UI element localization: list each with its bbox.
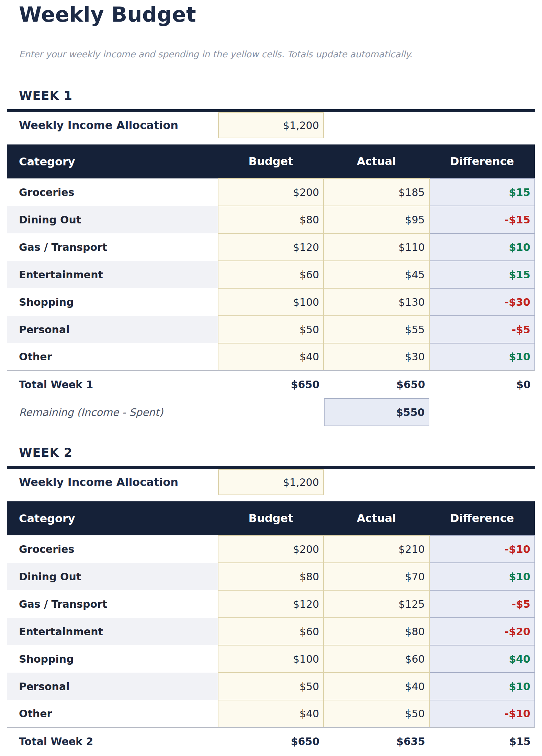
difference-cell: $10 bbox=[429, 673, 535, 700]
difference-cell: -$5 bbox=[429, 590, 535, 618]
difference-cell: -$15 bbox=[429, 206, 535, 233]
table-row: Other$40$50-$10 bbox=[7, 700, 535, 728]
total-budget-value: $650 bbox=[218, 728, 324, 755]
category-cell: Other bbox=[7, 343, 218, 371]
budget-input-cell[interactable]: $200 bbox=[218, 535, 324, 563]
total-row: Total Week 1$650$650$0 bbox=[7, 371, 535, 398]
category-cell: Other bbox=[7, 700, 218, 728]
budget-table: Category Budget Actual Difference Grocer… bbox=[7, 144, 535, 398]
actual-input-cell[interactable]: $70 bbox=[324, 563, 429, 590]
col-header-actual: Actual bbox=[324, 501, 429, 535]
difference-cell: $40 bbox=[429, 645, 535, 673]
total-label: Total Week 1 bbox=[7, 371, 218, 398]
actual-input-cell[interactable]: $60 bbox=[324, 645, 429, 673]
total-actual-value: $635 bbox=[324, 728, 429, 755]
total-budget-value: $650 bbox=[218, 371, 324, 398]
table-row: Gas / Transport$120$110$10 bbox=[7, 233, 535, 261]
week-heading: WEEK 1 bbox=[19, 89, 535, 103]
total-difference-value: $0 bbox=[429, 371, 535, 398]
income-label: Weekly Income Allocation bbox=[19, 476, 178, 489]
budget-input-cell[interactable]: $120 bbox=[218, 590, 324, 618]
budget-input-cell[interactable]: $80 bbox=[218, 563, 324, 590]
difference-cell: -$10 bbox=[429, 700, 535, 728]
page-title: Weekly Budget bbox=[19, 3, 535, 26]
difference-cell: $10 bbox=[429, 343, 535, 371]
weeks-container: WEEK 1 Weekly Income Allocation $1,200 C… bbox=[7, 89, 535, 755]
total-actual-value: $650 bbox=[324, 371, 429, 398]
budget-input-cell[interactable]: $40 bbox=[218, 343, 324, 371]
category-cell: Entertainment bbox=[7, 261, 218, 288]
table-row: Groceries$200$210-$10 bbox=[7, 535, 535, 563]
col-header-difference: Difference bbox=[429, 501, 535, 535]
category-cell: Groceries bbox=[7, 535, 218, 563]
category-cell: Dining Out bbox=[7, 206, 218, 233]
budget-input-cell[interactable]: $40 bbox=[218, 700, 324, 728]
income-input-cell[interactable]: $1,200 bbox=[218, 469, 324, 495]
budget-input-cell[interactable]: $50 bbox=[218, 673, 324, 700]
difference-cell: -$20 bbox=[429, 618, 535, 645]
col-header-difference: Difference bbox=[429, 144, 535, 178]
table-row: Dining Out$80$95-$15 bbox=[7, 206, 535, 233]
actual-input-cell[interactable]: $45 bbox=[324, 261, 429, 288]
actual-input-cell[interactable]: $95 bbox=[324, 206, 429, 233]
table-row: Entertainment$60$45$15 bbox=[7, 261, 535, 288]
page-subtitle: Enter your weekly income and spending in… bbox=[19, 49, 535, 60]
remaining-row: Remaining (Income - Spent) $550 bbox=[7, 398, 535, 426]
actual-input-cell[interactable]: $40 bbox=[324, 673, 429, 700]
week-section-2: WEEK 2 Weekly Income Allocation $1,200 C… bbox=[7, 445, 535, 755]
table-row: Entertainment$60$80-$20 bbox=[7, 618, 535, 645]
income-row: Weekly Income Allocation $1,200 bbox=[7, 112, 535, 138]
income-row: Weekly Income Allocation $1,200 bbox=[7, 469, 535, 495]
budget-input-cell[interactable]: $60 bbox=[218, 261, 324, 288]
category-cell: Personal bbox=[7, 673, 218, 700]
table-header-row: Category Budget Actual Difference bbox=[7, 144, 535, 178]
budget-input-cell[interactable]: $60 bbox=[218, 618, 324, 645]
income-label: Weekly Income Allocation bbox=[19, 119, 178, 132]
week-heading: WEEK 2 bbox=[19, 445, 535, 460]
table-row: Dining Out$80$70$10 bbox=[7, 563, 535, 590]
actual-input-cell[interactable]: $210 bbox=[324, 535, 429, 563]
table-header-row: Category Budget Actual Difference bbox=[7, 501, 535, 535]
budget-input-cell[interactable]: $100 bbox=[218, 288, 324, 316]
col-header-category: Category bbox=[7, 501, 218, 535]
remaining-value-cell: $550 bbox=[324, 398, 430, 426]
income-input-cell[interactable]: $1,200 bbox=[218, 112, 324, 138]
col-header-category: Category bbox=[7, 144, 218, 178]
difference-cell: $15 bbox=[429, 178, 535, 206]
section-divider-bar bbox=[7, 109, 535, 112]
actual-input-cell[interactable]: $130 bbox=[324, 288, 429, 316]
category-cell: Groceries bbox=[7, 178, 218, 206]
difference-cell: -$5 bbox=[429, 316, 535, 343]
table-row: Shopping$100$130-$30 bbox=[7, 288, 535, 316]
total-difference-value: $15 bbox=[429, 728, 535, 755]
budget-input-cell[interactable]: $200 bbox=[218, 178, 324, 206]
budget-input-cell[interactable]: $50 bbox=[218, 316, 324, 343]
week-section-1: WEEK 1 Weekly Income Allocation $1,200 C… bbox=[7, 89, 535, 426]
table-row: Gas / Transport$120$125-$5 bbox=[7, 590, 535, 618]
category-cell: Gas / Transport bbox=[7, 590, 218, 618]
budget-input-cell[interactable]: $100 bbox=[218, 645, 324, 673]
actual-input-cell[interactable]: $30 bbox=[324, 343, 429, 371]
category-cell: Personal bbox=[7, 316, 218, 343]
table-row: Personal$50$55-$5 bbox=[7, 316, 535, 343]
remaining-label: Remaining (Income - Spent) bbox=[19, 406, 163, 418]
table-row: Groceries$200$185$15 bbox=[7, 178, 535, 206]
category-cell: Gas / Transport bbox=[7, 233, 218, 261]
actual-input-cell[interactable]: $55 bbox=[324, 316, 429, 343]
actual-input-cell[interactable]: $110 bbox=[324, 233, 429, 261]
budget-table: Category Budget Actual Difference Grocer… bbox=[7, 501, 535, 755]
difference-cell: -$30 bbox=[429, 288, 535, 316]
budget-input-cell[interactable]: $80 bbox=[218, 206, 324, 233]
budget-page: Weekly Budget Enter your weekly income a… bbox=[7, 3, 535, 755]
actual-input-cell[interactable]: $125 bbox=[324, 590, 429, 618]
actual-input-cell[interactable]: $50 bbox=[324, 700, 429, 728]
actual-input-cell[interactable]: $185 bbox=[324, 178, 429, 206]
actual-input-cell[interactable]: $80 bbox=[324, 618, 429, 645]
total-label: Total Week 2 bbox=[7, 728, 218, 755]
col-header-budget: Budget bbox=[218, 144, 324, 178]
category-cell: Entertainment bbox=[7, 618, 218, 645]
category-cell: Shopping bbox=[7, 288, 218, 316]
difference-cell: $10 bbox=[429, 563, 535, 590]
table-row: Other$40$30$10 bbox=[7, 343, 535, 371]
budget-input-cell[interactable]: $120 bbox=[218, 233, 324, 261]
